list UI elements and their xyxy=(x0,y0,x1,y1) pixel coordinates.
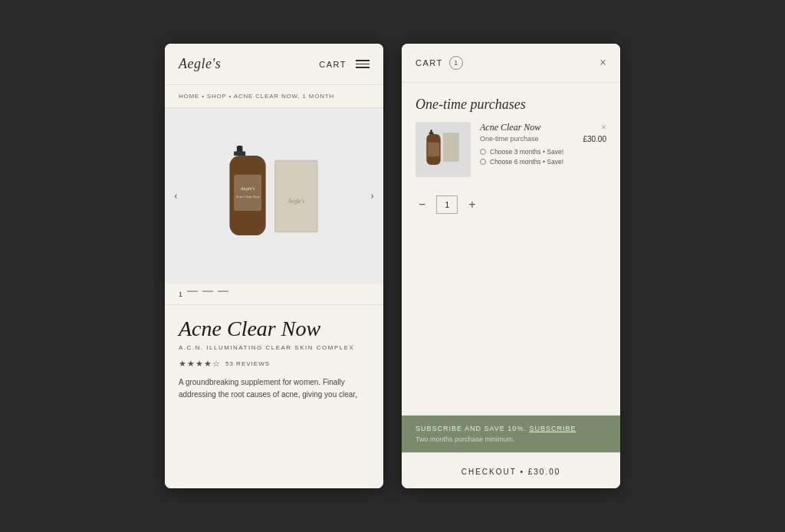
subscribe-6-option[interactable]: Choose 6 months • Save! xyxy=(480,158,606,166)
cart-spacer xyxy=(402,214,620,415)
svg-rect-12 xyxy=(429,133,434,135)
item-name: Acne Clear Now xyxy=(480,122,540,133)
cart-count-badge: 1 xyxy=(449,56,463,70)
cart-section-title: One-time purchases xyxy=(402,83,620,122)
carousel-dots: 1 xyxy=(165,284,383,305)
product-image: Aegle's Aegle's Acne Clear Now xyxy=(213,131,336,261)
cart-title: CART xyxy=(415,58,443,67)
logo: Aegle's xyxy=(179,56,221,72)
svg-rect-4 xyxy=(234,151,245,156)
item-type-price-row: One-time purchase £30.00 xyxy=(480,135,606,143)
nav-right: CART xyxy=(319,60,370,69)
quantity-increase-button[interactable]: + xyxy=(465,197,478,212)
subscribe-banner-text: SUBSCRIBE AND SAVE 10%. SUBSCRIBE xyxy=(415,425,606,432)
subscribe-banner-sub: Two months purchase minimum. xyxy=(415,435,606,443)
dot-1[interactable]: 1 xyxy=(179,291,182,298)
cart-product-image xyxy=(424,126,462,172)
stars-row: ★★★★☆ 53 REVIEWS xyxy=(179,359,370,369)
close-button[interactable]: × xyxy=(599,57,606,69)
radio-3months[interactable] xyxy=(480,149,486,155)
subscribe-3-option[interactable]: Choose 3 months • Save! xyxy=(480,148,606,156)
item-price: £30.00 xyxy=(583,135,606,143)
next-arrow[interactable]: › xyxy=(364,184,380,209)
subscribe-save-label: SUBSCRIBE AND SAVE 10%. xyxy=(415,425,527,432)
svg-rect-7 xyxy=(234,175,261,211)
svg-rect-1 xyxy=(275,162,316,232)
cart-title-row: CART 1 xyxy=(415,56,463,70)
svg-text:Aegle's: Aegle's xyxy=(239,186,255,191)
stars[interactable]: ★★★★☆ xyxy=(179,359,221,369)
product-description: A groundbreaking supplement for women. F… xyxy=(179,376,370,401)
subscribe-6-label: Choose 6 months • Save! xyxy=(490,158,563,166)
cart-item-details: Acne Clear Now × One-time purchase £30.0… xyxy=(480,122,606,168)
product-image-area: ‹ Aegle's Aegle's Acne Clear Now › xyxy=(165,108,383,284)
cart-header: CART 1 × xyxy=(402,44,620,83)
subscribe-3-label: Choose 3 months • Save! xyxy=(490,148,563,156)
radio-6months[interactable] xyxy=(480,159,486,165)
quantity-decrease-button[interactable]: − xyxy=(415,197,429,212)
svg-text:Aegle's: Aegle's xyxy=(287,198,304,205)
checkout-bar[interactable]: CHECKOUT • £30.00 xyxy=(402,452,620,488)
prev-arrow[interactable]: ‹ xyxy=(168,184,184,209)
checkout-label: CHECKOUT • £30.00 xyxy=(461,468,561,476)
breadcrumb: HOME • SHOP • ACNE CLEAR NOW, 1 MONTH xyxy=(165,85,383,108)
product-info: Acne Clear Now A.C.N. ILLUMINATING CLEAR… xyxy=(165,305,383,488)
cart-item: Acne Clear Now × One-time purchase £30.0… xyxy=(402,122,620,188)
reviews-count[interactable]: 53 REVIEWS xyxy=(225,360,270,367)
cart-item-image xyxy=(415,122,471,177)
svg-text:Acne Clear Now: Acne Clear Now xyxy=(235,195,260,199)
subscribe-link[interactable]: SUBSCRIBE xyxy=(529,425,576,432)
product-subtitle: A.C.N. ILLUMINATING CLEAR SKIN COMPLEX xyxy=(179,344,370,351)
quantity-row: − + xyxy=(402,195,620,214)
subscribe-save-banner: SUBSCRIBE AND SAVE 10%. SUBSCRIBE Two mo… xyxy=(402,415,620,452)
remove-item-button[interactable]: × xyxy=(601,122,606,132)
dot-3[interactable] xyxy=(202,291,213,292)
cart-panel-phone: CART 1 × One-time purchases Acne Clear N… xyxy=(402,44,620,488)
product-page-phone: Aegle's CART HOME • SHOP • ACNE CLEAR NO… xyxy=(165,44,383,488)
nav-bar: Aegle's CART xyxy=(165,44,383,85)
item-type: One-time purchase xyxy=(480,135,539,143)
item-name-row: Acne Clear Now × xyxy=(480,122,606,133)
dot-2[interactable] xyxy=(187,291,198,292)
cart-nav-label[interactable]: CART xyxy=(319,60,347,69)
dot-4[interactable] xyxy=(218,291,228,292)
cart-count: 1 xyxy=(454,59,458,67)
quantity-input[interactable] xyxy=(436,195,458,214)
svg-rect-10 xyxy=(443,133,459,162)
svg-rect-14 xyxy=(428,143,439,156)
product-title: Acne Clear Now xyxy=(179,317,370,341)
menu-icon[interactable] xyxy=(356,60,370,68)
